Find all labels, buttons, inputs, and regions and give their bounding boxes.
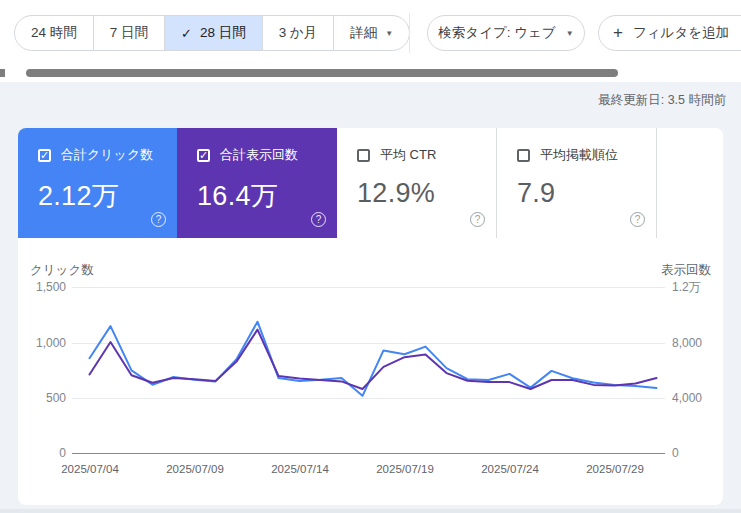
date-range-custom-label: 詳細 [350,24,377,42]
left-axis-title: クリック数 [30,262,94,279]
help-icon[interactable]: ? [630,212,645,227]
last-updated-text: 最終更新日: 3.5 時間前 [598,92,726,109]
search-type-dropdown[interactable]: 検索タイプ: ウェブ ▼ [427,15,585,51]
checkbox-total-clicks[interactable]: ✓ [38,149,51,162]
gridline [72,343,665,344]
chevron-down-icon: ▼ [566,29,574,38]
card-head: 平均 CTR [357,146,496,164]
checkbox-average-position[interactable] [517,149,530,162]
help-icon[interactable]: ? [470,212,485,227]
add-filter-button[interactable]: + フィルタを追加 [598,15,741,51]
search-type-label: 検索タイプ: ウェブ [438,24,555,42]
date-range-3m-label: 3 か月 [279,24,318,42]
y-axis-tick-right: 0 [672,445,679,461]
gridline [72,287,665,288]
date-range-7d-label: 7 日間 [110,24,148,42]
horizontal-scrollbar-track [0,66,741,82]
y-axis-tick-right: 8,000 [672,335,702,351]
horizontal-scrollbar-edge [0,69,5,77]
card-total-clicks[interactable]: ✓ 合計クリック数 2.12万 ? [18,128,177,238]
y-axis-tick-right: 4,000 [672,390,702,406]
card-label: 合計クリック数 [61,146,153,164]
toolbar-divider [409,13,410,53]
gridline [72,398,665,399]
plus-icon: + [613,23,623,43]
total-clicks-value: 2.12万 [38,178,177,214]
x-axis-line [72,453,665,454]
checkbox-total-impressions[interactable]: ✓ [197,149,210,162]
card-head: 平均掲載順位 [517,146,656,164]
checkbox-average-ctr[interactable] [357,149,370,162]
date-range-28d-label: 28 日間 [200,24,246,42]
date-range-24h[interactable]: 24 時間 [15,16,94,50]
x-axis-tick: 2025/07/14 [260,463,340,475]
card-label: 合計表示回数 [220,146,298,164]
x-axis-tick: 2025/07/19 [365,463,445,475]
chevron-down-icon: ▼ [385,29,393,38]
card-label: 平均 CTR [380,146,436,164]
y-axis-tick-left: 0 [22,445,66,461]
card-row-filler [657,128,723,238]
help-icon[interactable]: ? [151,212,166,227]
viewport-bottom-edge [0,509,741,513]
y-axis-tick-right: 1.2万 [672,279,701,295]
x-axis-tick: 2025/07/04 [50,463,130,475]
average-ctr-value: 12.9% [357,178,496,209]
card-label: 平均掲載順位 [540,146,618,164]
card-average-ctr[interactable]: 平均 CTR 12.9% ? [337,128,497,238]
checkmark-icon: ✓ [181,26,192,41]
card-total-impressions[interactable]: ✓ 合計表示回数 16.4万 ? [177,128,337,238]
card-head: ✓ 合計クリック数 [38,146,177,164]
horizontal-scrollbar-thumb[interactable] [26,69,618,77]
date-range-chip-group: 24 時間 7 日間 ✓ 28 日間 3 か月 詳細 ▼ [14,15,410,51]
date-range-3m[interactable]: 3 か月 [263,16,335,50]
date-range-24h-label: 24 時間 [31,24,77,42]
x-axis-tick: 2025/07/29 [575,463,655,475]
y-axis-tick-left: 500 [22,390,66,406]
y-axis-tick-left: 1,000 [22,335,66,351]
date-range-28d[interactable]: ✓ 28 日間 [165,16,263,50]
help-icon[interactable]: ? [311,212,326,227]
add-filter-label: フィルタを追加 [633,24,729,42]
right-axis-title: 表示回数 [661,262,711,279]
x-axis-tick: 2025/07/09 [155,463,235,475]
card-average-position[interactable]: 平均掲載順位 7.9 ? [497,128,657,238]
y-axis-tick-left: 1,500 [22,279,66,295]
average-position-value: 7.9 [517,178,656,209]
search-console-performance-page: 24 時間 7 日間 ✓ 28 日間 3 か月 詳細 ▼ 検索タイプ: ウェブ … [0,0,741,513]
card-head: ✓ 合計表示回数 [197,146,337,164]
x-axis-tick: 2025/07/24 [470,463,550,475]
date-range-7d[interactable]: 7 日間 [94,16,165,50]
total-impressions-value: 16.4万 [197,178,337,214]
date-range-custom[interactable]: 詳細 ▼ [334,16,409,50]
metric-cards-row: ✓ 合計クリック数 2.12万 ? ✓ 合計表示回数 16.4万 ? 平均 CT… [18,128,723,238]
performance-panel: ✓ 合計クリック数 2.12万 ? ✓ 合計表示回数 16.4万 ? 平均 CT… [18,128,723,505]
